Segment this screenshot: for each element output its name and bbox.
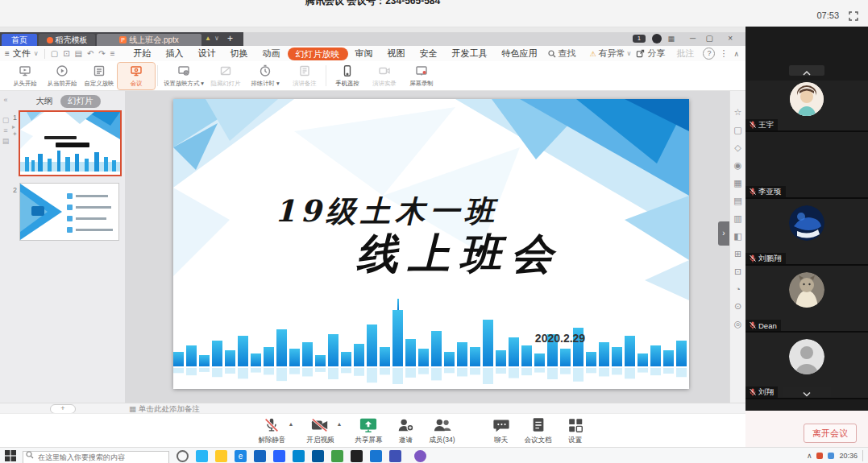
- cortana-icon[interactable]: [177, 450, 189, 462]
- tab-outline[interactable]: 大纲: [35, 96, 52, 107]
- settings-circle-icon[interactable]: ◎: [734, 319, 742, 329]
- account-avatar[interactable]: [652, 34, 662, 43]
- ribbon-speaker-notes[interactable]: 演讲备注: [286, 63, 323, 89]
- menu-start[interactable]: 开始: [127, 46, 159, 61]
- close-button[interactable]: ×: [728, 34, 733, 43]
- settings-button[interactable]: 设置: [567, 416, 584, 445]
- tray-network-icon[interactable]: [828, 453, 834, 459]
- file-explorer-icon[interactable]: [215, 450, 227, 462]
- leave-meeting-button[interactable]: 离开会议: [804, 424, 857, 443]
- menu-featured-apps[interactable]: 特色应用: [495, 46, 545, 61]
- menu-search[interactable]: 查找: [556, 46, 584, 61]
- ribbon-rehearse-timing[interactable]: 排练计时 ▾: [244, 63, 286, 89]
- ribbon-meeting[interactable]: 会议: [118, 63, 155, 89]
- start-video-button[interactable]: 开启视频 ▲: [306, 416, 334, 445]
- tab-home[interactable]: 首页: [2, 34, 37, 46]
- ribbon-screen-record[interactable]: 屏幕录制: [403, 63, 440, 89]
- ribbon-phone-remote[interactable]: 手机遥控: [329, 63, 366, 89]
- tab-slides[interactable]: 幻灯片: [60, 95, 101, 108]
- minimize-button[interactable]: ─: [690, 34, 696, 43]
- layout-icon[interactable]: ▤: [733, 196, 741, 206]
- app-icon-7[interactable]: [370, 450, 382, 462]
- mail-app-icon[interactable]: [196, 450, 208, 462]
- export-icon[interactable]: ⊞: [734, 249, 741, 259]
- notes-bar[interactable]: + ▦ 单击此处添加备注: [0, 403, 745, 414]
- restore-button[interactable]: ▢: [706, 34, 713, 43]
- video-options-caret[interactable]: ▲: [337, 421, 343, 427]
- app-icon-5[interactable]: [331, 450, 343, 462]
- video-tile[interactable]: Dean: [745, 266, 868, 333]
- meeting-docs-button[interactable]: 会议文档: [525, 416, 552, 445]
- tab-docer[interactable]: 稻壳模板: [39, 34, 95, 46]
- share-screen-button[interactable]: 共享屏幕: [355, 416, 382, 445]
- help-circle-icon[interactable]: ⊙: [734, 301, 741, 312]
- menu-animation[interactable]: 动画: [255, 46, 288, 61]
- ribbon-hide-slide[interactable]: 隐藏幻灯片: [207, 63, 244, 89]
- menu-insert[interactable]: 插入: [159, 46, 191, 61]
- tray-expand-icon[interactable]: ∧: [807, 452, 812, 460]
- sync-warning-icon[interactable]: ▲: [205, 35, 211, 42]
- skin-icon[interactable]: ▦: [667, 35, 675, 43]
- tray-app-icon[interactable]: [816, 453, 823, 459]
- shapes-icon[interactable]: ▢: [733, 125, 741, 135]
- app-icon-1[interactable]: [254, 450, 266, 462]
- menu-file[interactable]: 文件: [10, 46, 34, 61]
- video-tile[interactable]: 刘鹏翔: [745, 199, 868, 266]
- collapse-videos-button[interactable]: [789, 65, 824, 76]
- edge-browser-icon[interactable]: e: [235, 450, 247, 462]
- flowchart-icon[interactable]: ◇: [734, 143, 741, 153]
- clock[interactable]: 20:36: [839, 452, 858, 460]
- chart-icon[interactable]: ▥: [733, 213, 741, 224]
- ribbon-custom-show[interactable]: 自定义放映: [81, 63, 118, 89]
- menu-devtools[interactable]: 开发工具: [445, 46, 495, 61]
- image-icon[interactable]: ◧: [733, 231, 741, 242]
- menu-transition[interactable]: 切换: [223, 46, 255, 61]
- slide-canvas[interactable]: 19级土木一班 线上班会 2020.2.29: [173, 99, 689, 389]
- collapse-panel-icon[interactable]: «: [0, 96, 11, 104]
- video-tile[interactable]: 李亚顼: [745, 132, 868, 199]
- new-tab-button[interactable]: +: [227, 33, 233, 44]
- members-button[interactable]: 成员(34): [429, 416, 455, 445]
- notice-badge-icon[interactable]: 1: [633, 35, 646, 43]
- show-desktop-button[interactable]: [862, 450, 863, 461]
- list-icon[interactable]: ⊡: [734, 267, 741, 277]
- comment-button[interactable]: 批注: [671, 46, 699, 61]
- slide-thumbnail-1[interactable]: [19, 110, 122, 176]
- table-icon[interactable]: ▦: [733, 178, 741, 188]
- mic-options-caret[interactable]: ▲: [289, 421, 294, 427]
- ribbon-play-from-current[interactable]: 从当前开始: [44, 63, 81, 89]
- start-button[interactable]: [5, 450, 16, 461]
- quick-access-icons[interactable]: ▢⊡▤↶↷≡: [51, 49, 120, 58]
- app-icon-8[interactable]: [389, 450, 401, 462]
- expand-more-participants[interactable]: [783, 387, 831, 398]
- left-collapse-strip[interactable]: « ▢≡▤: [0, 91, 11, 403]
- video-tile[interactable]: 刘翔: [745, 333, 868, 399]
- collapse-ribbon-icon[interactable]: ∧: [733, 50, 739, 58]
- ribbon-setup-show[interactable]: 设置放映方式 ▾: [160, 63, 207, 89]
- invite-button[interactable]: 邀请: [397, 416, 414, 445]
- more-icon[interactable]: ⋮: [719, 48, 728, 59]
- slide-thumbnail-2[interactable]: [19, 183, 119, 241]
- fill-color-icon[interactable]: ◉: [734, 160, 742, 171]
- menu-slideshow[interactable]: 幻灯片放映: [288, 48, 348, 60]
- taskbar-search-input[interactable]: [23, 451, 169, 463]
- app-icon-6[interactable]: [351, 450, 363, 462]
- meeting-app-tray-icon[interactable]: [414, 450, 426, 462]
- share-button[interactable]: 分享: [645, 46, 671, 61]
- app-icon-4[interactable]: [312, 450, 324, 462]
- help-icon[interactable]: ?: [703, 48, 715, 60]
- sync-status[interactable]: 有异常: [596, 46, 627, 61]
- app-icon-3[interactable]: [293, 450, 305, 462]
- menu-view[interactable]: 视图: [380, 46, 413, 61]
- app-icon-2[interactable]: [273, 450, 285, 462]
- ribbon-presentation-record[interactable]: 演讲实录: [366, 63, 403, 89]
- tab-caret-icon[interactable]: ∨: [214, 35, 219, 42]
- chat-button[interactable]: 聊天: [492, 416, 510, 445]
- fullscreen-icon[interactable]: [849, 11, 858, 21]
- task-pane-handle[interactable]: ›: [718, 221, 729, 246]
- history-icon[interactable]: ◔: [735, 284, 741, 294]
- menu-design[interactable]: 设计: [191, 46, 223, 61]
- video-tile[interactable]: 王宇: [745, 81, 868, 132]
- menu-security[interactable]: 安全: [413, 46, 445, 61]
- menu-review[interactable]: 审阅: [348, 46, 380, 61]
